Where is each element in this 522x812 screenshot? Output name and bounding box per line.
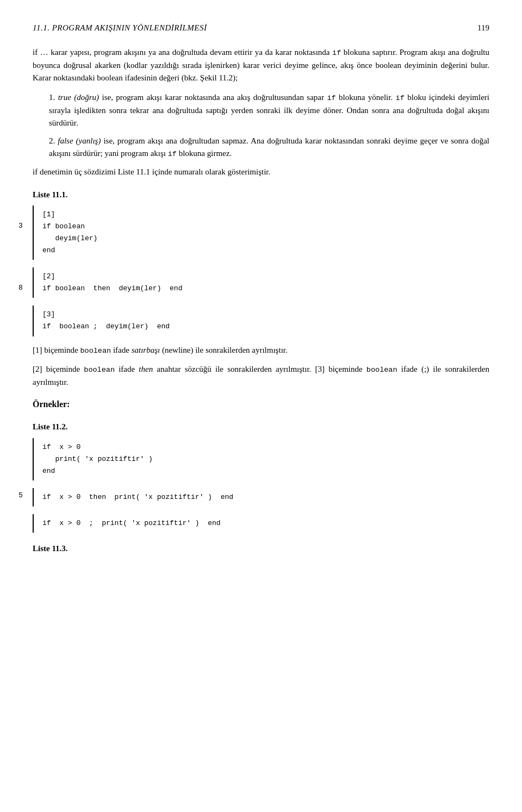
exp2-pre: [2] biçeminde [33, 365, 84, 373]
page-header: 11.1. PROGRAM AKIŞININ YÖNLENDİRİLMESİ 1… [33, 22, 489, 34]
code-1-pre: [1] if boolean deyim(ler) end [42, 209, 489, 257]
exp2-code: boolean [84, 366, 115, 374]
exp2-italic: then [139, 365, 153, 373]
item1-number: 1. [49, 93, 55, 102]
list-item-2: 2. false (yanlış) ise, program akışı ana… [49, 135, 489, 160]
exp1-text: ifade [111, 346, 131, 354]
examples-label: Örnekler: [33, 398, 489, 411]
paragraph-2: if denetimin üç sözdizimi Liste 11.1 içi… [33, 166, 489, 178]
code-block-2: 8 [2] if boolean then deyim(ler) end [33, 267, 489, 298]
code-block-3: [3] if boolean ; deyim(ler) end [33, 305, 489, 336]
code-2-pre: [2] if boolean then deyim(ler) end [42, 271, 489, 295]
chapter-title: 11.1. PROGRAM AKIŞININ YÖNLENDİRİLMESİ [33, 22, 207, 34]
list-item-1: 1. true (doğru) ise, program akışı karar… [49, 91, 489, 129]
list-11-2-title: Liste 11.2. [33, 421, 489, 433]
list-11-3-title: Liste 11.3. [33, 542, 489, 555]
exp2-code2: boolean [366, 366, 397, 374]
paragraph-1: if … karar yapısı, program akışını ya an… [33, 46, 489, 84]
item1-italic: true (doğru) [58, 93, 99, 102]
page-number: 119 [477, 22, 489, 34]
numbered-list: 1. true (doğru) ise, program akışı karar… [49, 91, 489, 161]
p1-code-if: if [332, 49, 341, 57]
line-number-3: 3 [18, 221, 23, 232]
explanation-1: [1] biçeminde boolean ifade satırbaşı (n… [33, 344, 489, 357]
item2-text2: blokuna girmez. [177, 149, 232, 158]
code-3-pre: [3] if boolean ; deyim(ler) end [42, 309, 489, 333]
exp1-code: boolean [80, 347, 111, 355]
code-block-4: if x > 0 print( 'x pozitiftir' ) end [33, 438, 489, 480]
line-number-8: 8 [18, 283, 23, 293]
exp2-text: ifade [115, 365, 139, 373]
item1-text2: blokuna yönelir. [336, 93, 396, 102]
item2-text: ise, program akışı ana doğrultudan sapma… [49, 136, 489, 158]
item2-italic: false (yanlış) [58, 136, 101, 145]
code-5-pre: if x > 0 then print( 'x pozitiftir' ) en… [42, 491, 489, 503]
list-11-1-title: Liste 11.1. [33, 189, 489, 201]
code-block-1: 3 [1] if boolean deyim(ler) end [33, 205, 489, 260]
item1-text: ise, program akışı karar noktasında ana … [99, 93, 327, 102]
exp1-paren: (newline) [160, 346, 193, 354]
item2-number: 2. [49, 136, 55, 145]
line-number-5: 5 [18, 490, 23, 501]
code-block-6: if x > 0 ; print( 'x pozitiftir' ) end [33, 514, 489, 533]
item1-code-if: if [327, 94, 335, 102]
exp1-rest: ile sonrakilerden ayrılmıştır. [193, 346, 287, 354]
exp2-rest: anahtar sözcüğü ile sonrakilerden ayrılm… [153, 365, 366, 373]
exp1-italic: satırbaşı [132, 346, 160, 354]
code-6-pre: if x > 0 ; print( 'x pozitiftir' ) end [42, 517, 489, 529]
code-4-pre: if x > 0 print( 'x pozitiftir' ) end [42, 441, 489, 477]
p1-text: if … karar yapısı, program akışını ya an… [33, 48, 332, 57]
code-block-5: 5 if x > 0 then print( 'x pozitiftir' ) … [33, 488, 489, 507]
exp1-pre: [1] biçeminde [33, 346, 80, 354]
item1-code2-if: if [396, 94, 405, 102]
explanation-2: [2] biçeminde boolean ifade then anahtar… [33, 363, 489, 389]
item2-code-if: if [168, 150, 177, 158]
